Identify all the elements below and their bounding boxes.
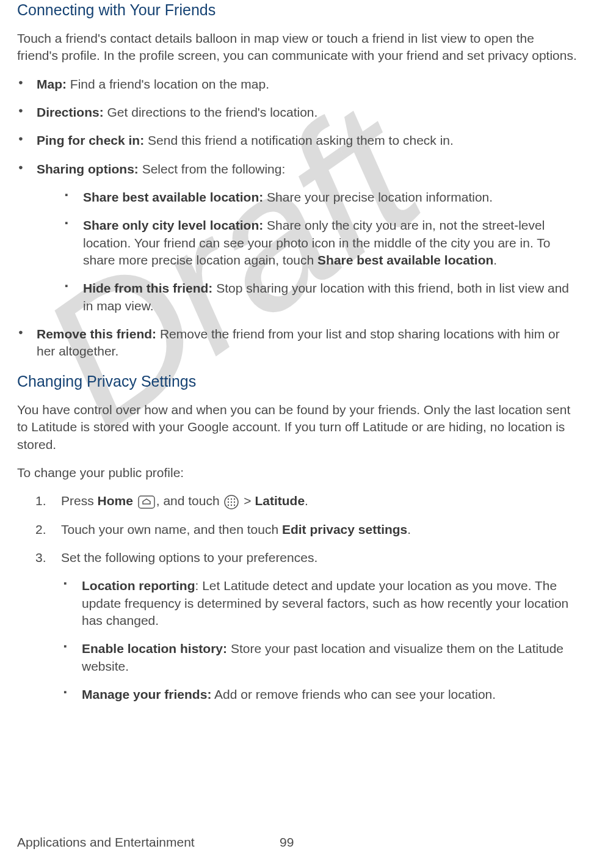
step-1: Press Home , and touch > Latitude	[35, 492, 577, 509]
home-icon	[138, 495, 155, 509]
svg-point-9	[231, 504, 232, 505]
text-sharing: Select from the following:	[139, 162, 285, 176]
intro-paragraph-2: You have control over how and when you c…	[17, 401, 577, 453]
step3-text: Set the following options to your prefer…	[61, 550, 317, 564]
label-loc-history: Enable location history:	[82, 641, 227, 655]
text-share-city-b: .	[493, 253, 497, 267]
step1-latitude-bold: Latitude	[255, 494, 305, 508]
step1-text-c: >	[244, 494, 255, 508]
text-ping: Send this friend a notification asking t…	[144, 133, 454, 147]
label-hide: Hide from this friend:	[83, 281, 212, 295]
label-manage-friends: Manage your friends:	[82, 687, 211, 701]
step1-text-a: Press	[61, 494, 98, 508]
bullet-remove-friend: Remove this friend: Remove the friend fr…	[17, 326, 577, 360]
apps-grid-icon	[224, 495, 239, 509]
step1-home-bold: Home	[98, 494, 133, 508]
text-share-best: Share your precise location information.	[263, 190, 493, 204]
step2-text-a: Touch your own name, and then touch	[61, 522, 282, 536]
text-directions: Get directions to the friend's location.	[104, 105, 318, 119]
sub-share-best: Share best available location: Share you…	[63, 189, 577, 206]
intro-paragraph-2b: To change your public profile:	[17, 464, 577, 481]
label-ping: Ping for check in:	[37, 133, 144, 147]
bullet-ping: Ping for check in: Send this friend a no…	[17, 132, 577, 149]
text-manage-friends: Add or remove friends who can see your l…	[211, 687, 496, 701]
svg-point-2	[228, 498, 229, 499]
text-share-city-bold: Share best available location	[317, 253, 493, 267]
footer-page-number: 99	[280, 835, 294, 850]
svg-point-4	[234, 498, 235, 499]
svg-point-5	[228, 501, 229, 502]
label-share-best: Share best available location:	[83, 190, 263, 204]
footer-section-title: Applications and Entertainment	[17, 835, 195, 850]
svg-point-10	[234, 504, 235, 505]
opt-location-reporting: Location reporting: Let Latitude detect …	[62, 577, 577, 629]
svg-point-6	[231, 501, 232, 502]
opt-manage-friends: Manage your friends: Add or remove frien…	[62, 686, 577, 703]
heading-connecting-friends: Connecting with Your Friends	[17, 0, 577, 19]
step-2: Touch your own name, and then touch Edit…	[35, 521, 577, 538]
svg-point-7	[234, 501, 235, 502]
intro-paragraph-1: Touch a friend's contact details balloon…	[17, 30, 577, 65]
label-map: Map:	[37, 77, 67, 91]
sub-hide-friend: Hide from this friend: Stop sharing your…	[63, 280, 577, 315]
svg-point-8	[228, 504, 229, 505]
bullet-sharing-options: Sharing options: Select from the followi…	[17, 161, 577, 315]
label-remove: Remove this friend:	[37, 327, 156, 341]
step2-bold: Edit privacy settings	[282, 522, 407, 536]
label-loc-report: Location reporting	[82, 578, 195, 593]
text-map: Find a friend's location on the map.	[67, 77, 269, 91]
label-sharing: Sharing options:	[37, 162, 139, 176]
svg-rect-0	[139, 496, 154, 508]
heading-privacy-settings: Changing Privacy Settings	[17, 371, 577, 390]
step2-text-b: .	[407, 522, 411, 536]
bullet-directions: Directions: Get directions to the friend…	[17, 104, 577, 121]
label-share-city: Share only city level location:	[83, 218, 263, 232]
step1-text-b: , and touch	[156, 494, 223, 508]
svg-point-3	[231, 498, 232, 499]
sub-share-city: Share only city level location: Share on…	[63, 217, 577, 269]
bullet-map: Map: Find a friend's location on the map…	[17, 76, 577, 93]
page-footer: Applications and Entertainment 99	[17, 835, 577, 850]
label-directions: Directions:	[37, 105, 104, 119]
step-3: Set the following options to your prefer…	[35, 549, 577, 703]
opt-location-history: Enable location history: Store your past…	[62, 640, 577, 675]
step1-text-d: .	[305, 494, 308, 508]
